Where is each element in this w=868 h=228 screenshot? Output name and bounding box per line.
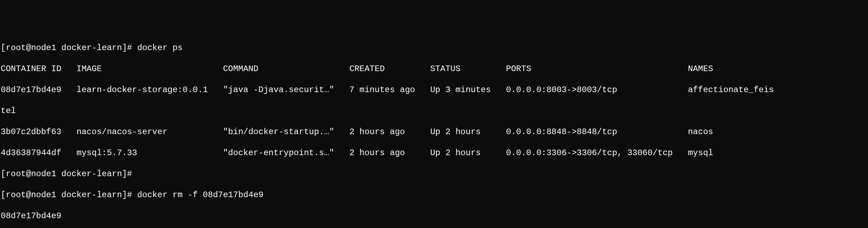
table-row: tel	[1, 106, 867, 116]
table-row: 4d36387944df mysql:5.7.33 "docker-entryp…	[1, 148, 867, 158]
shell-prompt: [root@node1 docker-learn]#	[1, 190, 132, 200]
command-text: docker ps	[137, 43, 183, 53]
shell-prompt: [root@node1 docker-learn]#	[1, 169, 132, 179]
shell-prompt: [root@node1 docker-learn]#	[1, 43, 132, 53]
table-row: 08d7e17bd4e9 learn-docker-storage:0.0.1 …	[1, 85, 867, 95]
table-header: CONTAINER ID IMAGE COMMAND CREATED STATU…	[1, 64, 867, 74]
terminal-line: [root@node1 docker-learn]# docker rm -f …	[1, 190, 867, 200]
terminal-line: [root@node1 docker-learn]#	[1, 169, 867, 179]
table-row: 3b07c2dbbf63 nacos/nacos-server "bin/doc…	[1, 127, 867, 137]
output-text: 08d7e17bd4e9	[1, 211, 867, 221]
terminal-line: [root@node1 docker-learn]# docker ps	[1, 43, 867, 53]
command-text: docker rm -f 08d7e17bd4e9	[137, 190, 263, 200]
